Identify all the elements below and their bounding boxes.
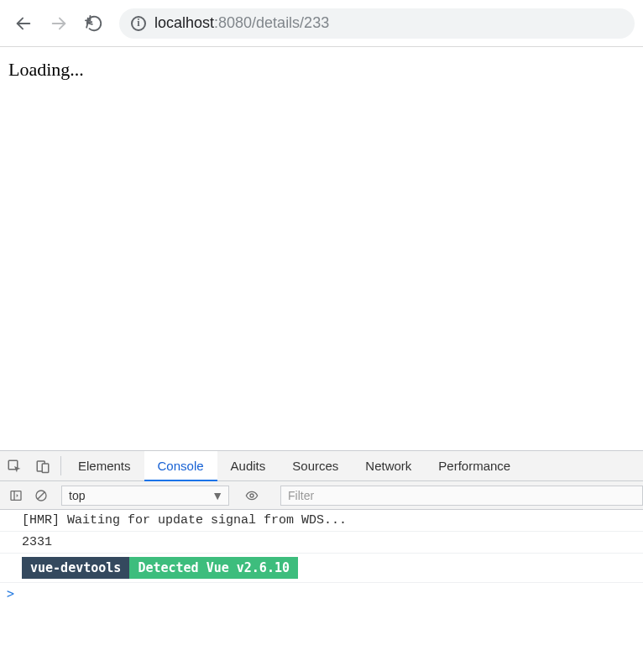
toggle-drawer-button[interactable]: [3, 483, 29, 508]
vue-devtools-badge: vue-devtools: [22, 557, 129, 579]
tab-performance[interactable]: Performance: [425, 451, 524, 481]
inspect-element-button[interactable]: [0, 451, 29, 480]
svg-rect-5: [11, 491, 21, 500]
clear-icon: [34, 489, 48, 502]
svg-line-8: [38, 492, 44, 499]
reload-icon: [85, 14, 103, 33]
reload-button[interactable]: [79, 8, 109, 39]
context-selector[interactable]: top ▼: [61, 486, 229, 506]
tab-console[interactable]: Console: [144, 451, 217, 481]
console-log-line[interactable]: [HMR] Waiting for update signal from WDS…: [0, 510, 643, 532]
device-toolbar-button[interactable]: [29, 451, 57, 480]
arrow-right-icon: [50, 14, 68, 33]
inspect-icon: [7, 459, 22, 474]
url-host: localhost: [154, 14, 214, 31]
tab-label: Console: [158, 459, 204, 473]
tab-label: Performance: [438, 459, 510, 473]
svg-point-9: [250, 494, 254, 497]
device-icon: [35, 459, 50, 474]
chevron-down-icon: ▼: [212, 489, 223, 502]
sidebar-icon: [9, 489, 23, 502]
live-expression-button[interactable]: [239, 483, 264, 508]
address-bar[interactable]: i localhost:8080/details/233: [119, 8, 635, 39]
tab-label: Sources: [292, 459, 338, 473]
console-output: [HMR] Waiting for update signal from WDS…: [0, 510, 643, 605]
tab-sources[interactable]: Sources: [279, 451, 352, 481]
clear-console-button[interactable]: [29, 483, 54, 508]
tab-audits[interactable]: Audits: [217, 451, 280, 481]
devtools-panel: Elements Console Audits Sources Network …: [0, 450, 643, 605]
console-filter-input[interactable]: Filter: [280, 486, 643, 506]
filter-placeholder: Filter: [288, 489, 314, 502]
console-toolbar: top ▼ Filter: [0, 481, 643, 510]
forward-button[interactable]: [44, 8, 74, 39]
log-text: [HMR] Waiting for update signal from WDS…: [22, 513, 347, 528]
divider: [60, 456, 61, 475]
loading-text: Loading...: [8, 59, 84, 80]
console-log-line[interactable]: 2331: [0, 532, 643, 554]
svg-rect-4: [42, 464, 49, 473]
eye-icon: [245, 489, 259, 502]
log-text: 2331: [22, 535, 52, 549]
console-log-line[interactable]: vue-devtools Detected Vue v2.6.10: [0, 554, 643, 583]
page-body: Loading...: [0, 47, 643, 92]
context-value: top: [69, 489, 85, 502]
arrow-left-icon: [14, 14, 33, 33]
info-icon: i: [131, 16, 146, 31]
console-prompt[interactable]: >: [0, 583, 643, 605]
tab-network[interactable]: Network: [352, 451, 425, 481]
back-button[interactable]: [8, 8, 39, 39]
devtools-tabbar: Elements Console Audits Sources Network …: [0, 451, 643, 481]
tab-elements[interactable]: Elements: [65, 451, 144, 481]
prompt-caret: >: [7, 586, 14, 601]
vue-detected-badge: Detected Vue v2.6.10: [129, 557, 298, 579]
tab-label: Elements: [78, 459, 131, 473]
browser-toolbar: i localhost:8080/details/233: [0, 0, 643, 47]
url-rest: :8080/details/233: [214, 14, 329, 31]
tab-label: Network: [365, 459, 411, 473]
tab-label: Audits: [231, 459, 266, 473]
url-text: localhost:8080/details/233: [154, 14, 329, 32]
